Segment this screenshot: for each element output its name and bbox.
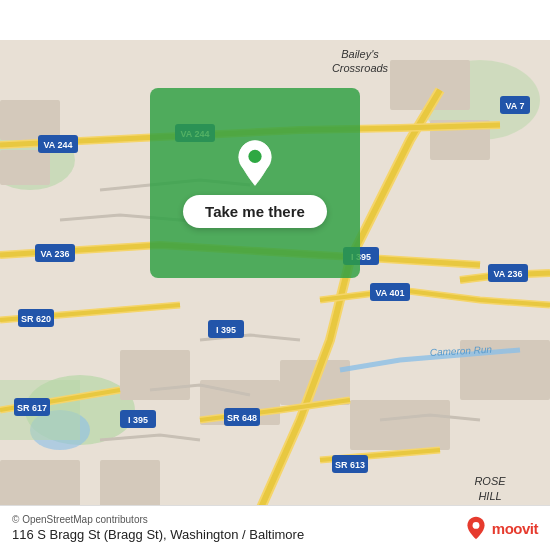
svg-text:SR 648: SR 648 (227, 413, 257, 423)
svg-rect-16 (100, 460, 160, 510)
svg-point-50 (472, 522, 479, 529)
svg-text:HILL: HILL (478, 490, 501, 502)
moovit-logo: moovit (464, 516, 538, 540)
svg-rect-6 (0, 100, 60, 140)
svg-rect-7 (0, 150, 50, 185)
svg-text:Bailey's: Bailey's (341, 48, 379, 60)
map-container: I 395 I 395 I 395 VA 244 VA 244 VA 236 V… (0, 0, 550, 550)
moovit-pin-icon (464, 516, 488, 540)
svg-text:I 395: I 395 (216, 325, 236, 335)
svg-text:Crossroads: Crossroads (332, 62, 389, 74)
bottom-left-info: © OpenStreetMap contributors 116 S Bragg… (12, 514, 304, 542)
svg-text:VA 236: VA 236 (493, 269, 522, 279)
svg-text:SR 613: SR 613 (335, 460, 365, 470)
svg-text:VA 7: VA 7 (505, 101, 524, 111)
svg-text:VA 244: VA 244 (43, 140, 72, 150)
svg-text:VA 401: VA 401 (375, 288, 404, 298)
svg-rect-12 (120, 350, 190, 400)
svg-rect-11 (350, 400, 450, 450)
location-pin-icon (231, 139, 279, 187)
moovit-text: moovit (492, 520, 538, 537)
address-text: 116 S Bragg St (Bragg St), Washington / … (12, 527, 304, 542)
svg-rect-15 (0, 460, 80, 510)
osm-credit: © OpenStreetMap contributors (12, 514, 304, 525)
svg-text:I 395: I 395 (128, 415, 148, 425)
svg-text:SR 617: SR 617 (17, 403, 47, 413)
svg-point-49 (248, 149, 261, 162)
bottom-bar: © OpenStreetMap contributors 116 S Bragg… (0, 505, 550, 550)
svg-text:VA 236: VA 236 (40, 249, 69, 259)
svg-text:ROSE: ROSE (474, 475, 506, 487)
highlight-box: Take me there (150, 88, 360, 278)
take-me-there-button[interactable]: Take me there (183, 195, 327, 228)
svg-text:SR 620: SR 620 (21, 314, 51, 324)
